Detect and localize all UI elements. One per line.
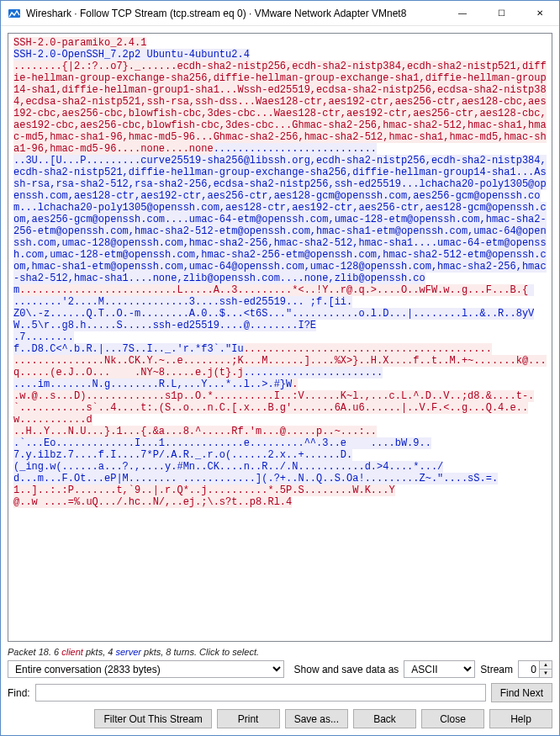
print-button[interactable]: Print	[217, 709, 280, 728]
stream-segment[interactable]: .`...Eo.............I...1.............e.…	[13, 437, 498, 484]
stream-text[interactable]: SSH-2.0-paramiko_2.4.1 SSH-2.0-OpenSSH_7…	[8, 33, 552, 642]
info-tail: Click to select.	[199, 647, 259, 657]
window-buttons: — ☐ ✕	[443, 1, 559, 26]
maximize-button[interactable]: ☐	[482, 1, 520, 26]
info-pre: Packet 18. 6	[8, 647, 61, 657]
info-mid1: pkts, 4	[83, 647, 116, 657]
stream-down-icon[interactable]: ▼	[539, 670, 552, 677]
stream-segment[interactable]: ..........................L.....A..3....…	[19, 284, 528, 296]
filter-out-button[interactable]: Filter Out This Stream	[94, 709, 211, 728]
stream-segment[interactable]: ........{|2.:?..o7}._......ecdh-sha2-nis…	[13, 61, 547, 155]
close-dialog-button[interactable]: Close	[421, 709, 484, 728]
help-button[interactable]: Help	[489, 709, 552, 728]
stream-up-icon[interactable]: ▲	[539, 661, 552, 670]
close-button[interactable]: ✕	[520, 1, 559, 26]
button-row: Filter Out This Stream Print Save as... …	[8, 709, 552, 728]
stream-segment[interactable]: SSH-2.0-paramiko_2.4.1	[13, 37, 146, 49]
conversation-select[interactable]: Entire conversation (2833 bytes)	[8, 660, 284, 678]
app-window: Wireshark · Follow TCP Stream (tcp.strea…	[0, 0, 560, 736]
stream-segment[interactable]: ........................... ..3U..[U...P…	[13, 143, 547, 296]
info-client: client	[61, 647, 83, 657]
stream-spinbox[interactable]: ▲ ▼	[518, 660, 552, 678]
minimize-button[interactable]: —	[443, 1, 482, 26]
back-button[interactable]: Back	[353, 709, 416, 728]
stream-segment[interactable]: 1..]..:.:P.......t,`9..|.r.Q*..j........…	[13, 484, 395, 508]
save-as-button[interactable]: Save as...	[285, 709, 348, 728]
controls-row: Entire conversation (2833 bytes) Show an…	[8, 660, 552, 678]
mode-select[interactable]: ASCII	[404, 660, 475, 678]
window-title: Wireshark · Follow TCP Stream (tcp.strea…	[26, 8, 443, 19]
find-input[interactable]	[35, 684, 486, 702]
find-label: Find:	[8, 687, 30, 699]
stream-segment[interactable]: SSH-2.0-OpenSSH_7.2p2 Ubuntu-4ubuntu2.4	[13, 49, 250, 61]
stream-value-input[interactable]	[519, 661, 539, 677]
stream-label: Stream	[480, 664, 513, 675]
titlebar: Wireshark · Follow TCP Stream (tcp.strea…	[1, 1, 559, 26]
find-row: Find: Find Next	[8, 683, 552, 702]
info-mid2: pkts, 8 turns.	[141, 647, 199, 657]
find-next-button[interactable]: Find Next	[491, 683, 552, 702]
show-save-label: Show and save data as	[294, 664, 399, 675]
packet-info: Packet 18. 6 client pkts, 4 server pkts,…	[8, 647, 552, 657]
app-icon	[8, 7, 21, 20]
content-area: SSH-2.0-paramiko_2.4.1 SSH-2.0-OpenSSH_7…	[1, 26, 559, 735]
info-server: server	[115, 647, 141, 657]
